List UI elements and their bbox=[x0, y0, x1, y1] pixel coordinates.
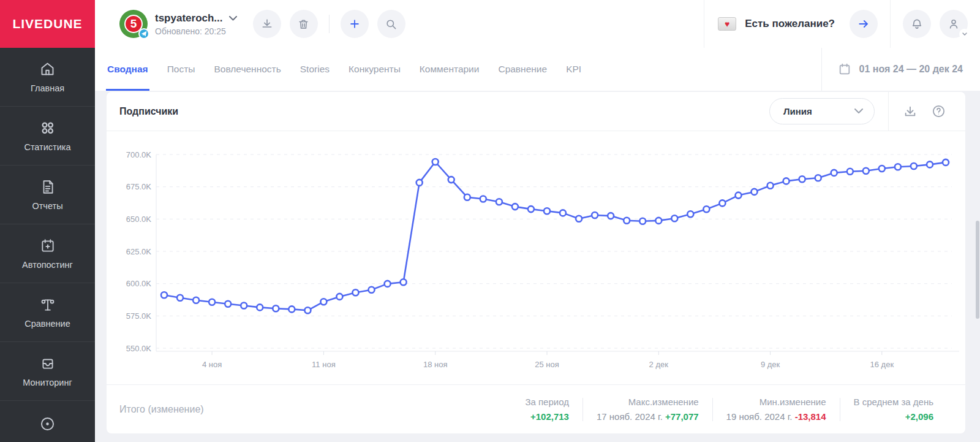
stat-max-date: 17 нояб. 2024 г. bbox=[597, 411, 663, 422]
plus-icon bbox=[349, 18, 361, 30]
top-bar: LIVEDUNE 5 tspyateroch... Обновлено: 20:… bbox=[0, 0, 980, 48]
report-doc-icon bbox=[40, 179, 56, 195]
arrow-right-icon bbox=[858, 18, 870, 30]
tab-posts[interactable]: Посты bbox=[167, 48, 195, 91]
date-range-text: 01 ноя 24 — 20 дек 24 bbox=[859, 64, 963, 75]
svg-text:11 ноя: 11 ноя bbox=[312, 360, 336, 369]
top-bar-main: 5 tspyateroch... Обновлено: 20:25 bbox=[95, 0, 980, 48]
stat-min-value: -13,814 bbox=[795, 411, 826, 422]
svg-text:16 дек: 16 дек bbox=[870, 360, 894, 369]
delete-button[interactable] bbox=[290, 10, 318, 38]
stat-max-value: +77,077 bbox=[665, 411, 699, 422]
sidebar-item-main[interactable]: Главная bbox=[0, 48, 95, 107]
feedback-banner: ♥ Есть пожелание? bbox=[704, 0, 890, 48]
sidebar-item-label: Главная bbox=[31, 83, 64, 93]
download-icon bbox=[261, 18, 273, 30]
svg-text:25 ноя: 25 ноя bbox=[535, 360, 559, 369]
sidebar-item-label: Сравнение bbox=[24, 319, 70, 329]
date-range-picker[interactable]: 01 ноя 24 — 20 дек 24 bbox=[821, 48, 980, 91]
notifications-button[interactable] bbox=[903, 10, 931, 38]
tab-comments[interactable]: Комментарии bbox=[420, 48, 480, 91]
stat-daily-average: В среднем за день +2,096 bbox=[840, 397, 947, 422]
search-icon bbox=[385, 18, 397, 30]
content-area: Подписчики Линия bbox=[95, 91, 980, 442]
subscribers-card: Подписчики Линия bbox=[107, 92, 965, 433]
bell-icon bbox=[911, 18, 923, 30]
download-button[interactable] bbox=[253, 10, 281, 38]
stats-grid-icon bbox=[39, 120, 56, 136]
account-avatar: 5 bbox=[119, 10, 148, 38]
svg-text:600.0K: 600.0K bbox=[126, 279, 152, 288]
sidebar-item-label: Отчеты bbox=[32, 201, 62, 211]
svg-text:9 дек: 9 дек bbox=[761, 360, 780, 369]
chevron-down-icon bbox=[854, 109, 863, 114]
chart-type-select[interactable]: Линия bbox=[769, 98, 875, 124]
sidebar-item-statistics[interactable]: Статистика bbox=[0, 107, 95, 166]
section-tabbar: Сводная Посты Вовлеченность Stories Конк… bbox=[95, 48, 980, 91]
svg-text:18 ноя: 18 ноя bbox=[423, 360, 448, 369]
stat-max-change: Макс.изменение 17 нояб. 2024 г. +77,077 bbox=[583, 397, 712, 422]
svg-text:675.0K: 675.0K bbox=[126, 182, 152, 191]
svg-text:650.0K: 650.0K bbox=[126, 215, 152, 224]
chevron-down-icon bbox=[959, 29, 970, 39]
sidebar-item-autoposting[interactable]: Автопостинг bbox=[0, 224, 95, 283]
svg-text:2 дек: 2 дек bbox=[649, 360, 669, 369]
stat-period-value: +102,713 bbox=[530, 411, 569, 422]
sidebar-item-label: Мониторинг bbox=[23, 378, 72, 387]
calendar-icon bbox=[838, 63, 851, 76]
tab-summary[interactable]: Сводная bbox=[107, 48, 148, 91]
telegram-icon bbox=[138, 28, 149, 39]
feedback-text: Есть пожелание? bbox=[745, 18, 835, 30]
sidebar-item-comparison[interactable]: Сравнение bbox=[0, 283, 95, 342]
sidebar-item-label: Статистика bbox=[24, 142, 70, 152]
monitoring-inbox-icon bbox=[40, 356, 56, 372]
svg-text:4 ноя: 4 ноя bbox=[202, 360, 222, 369]
svg-text:625.0K: 625.0K bbox=[126, 247, 152, 256]
sidebar-item-reports[interactable]: Отчеты bbox=[0, 166, 95, 224]
subscribers-line-chart[interactable]: 550.0K575.0K600.0K625.0K650.0K675.0K700.… bbox=[107, 131, 965, 384]
help-button[interactable] bbox=[932, 104, 946, 118]
account-switcher[interactable]: 5 tspyateroch... Обновлено: 20:25 bbox=[119, 10, 237, 38]
love-letter-emoji: ♥ bbox=[718, 17, 736, 31]
card-head-divider bbox=[888, 92, 889, 131]
svg-text:700.0K: 700.0K bbox=[126, 150, 152, 159]
target-icon bbox=[39, 416, 56, 432]
svg-text:575.0K: 575.0K bbox=[126, 311, 152, 321]
vertical-scrollbar[interactable] bbox=[976, 221, 979, 319]
stat-period: За период +102,713 bbox=[511, 397, 582, 422]
compare-scales-icon bbox=[40, 297, 56, 313]
feedback-submit-button[interactable] bbox=[850, 10, 878, 38]
sidebar-item-label: Автопостинг bbox=[22, 260, 73, 270]
tab-stories[interactable]: Stories bbox=[300, 48, 330, 91]
user-menu-button[interactable] bbox=[940, 10, 968, 38]
stat-min-date: 19 нояб. 2024 г. bbox=[726, 411, 793, 422]
total-change-label: Итого (изменение) bbox=[119, 404, 204, 415]
sidebar-item-monitoring[interactable]: Мониторинг bbox=[0, 342, 95, 401]
add-account-button[interactable] bbox=[341, 10, 369, 38]
tab-kpi[interactable]: KPI bbox=[566, 48, 581, 91]
sidebar-item-more[interactable] bbox=[0, 401, 95, 441]
tab-competitors[interactable]: Конкуренты bbox=[349, 48, 401, 91]
chart-title: Подписчики bbox=[119, 106, 178, 117]
account-name[interactable]: tspyateroch... bbox=[155, 12, 223, 25]
header-divider bbox=[329, 15, 330, 33]
user-icon bbox=[948, 18, 960, 30]
tab-engagement[interactable]: Вовлеченность bbox=[214, 48, 281, 91]
tab-comparison[interactable]: Сравнение bbox=[498, 48, 547, 91]
livedune-logo: LIVEDUNE bbox=[0, 0, 95, 48]
stat-avg-value: +2,096 bbox=[905, 411, 933, 422]
autopost-calendar-icon bbox=[40, 238, 56, 254]
account-updated: Обновлено: 20:25 bbox=[155, 26, 237, 36]
trash-icon bbox=[298, 18, 309, 30]
chart-type-selected: Линия bbox=[783, 106, 812, 116]
home-icon bbox=[39, 61, 56, 77]
download-icon bbox=[903, 105, 917, 118]
export-chart-button[interactable] bbox=[903, 105, 917, 118]
svg-text:550.0K: 550.0K bbox=[126, 344, 152, 353]
chart-footer: Итого (изменение) За период +102,713 Мак… bbox=[107, 384, 965, 433]
sidebar: Главная Статистика Отчеты Автопостинг Ср… bbox=[0, 48, 95, 442]
stat-min-change: Мин.изменение 19 нояб. 2024 г. -13,814 bbox=[713, 397, 840, 422]
help-circle-icon bbox=[932, 104, 946, 118]
search-button[interactable] bbox=[377, 10, 405, 38]
chevron-down-icon bbox=[229, 16, 237, 21]
